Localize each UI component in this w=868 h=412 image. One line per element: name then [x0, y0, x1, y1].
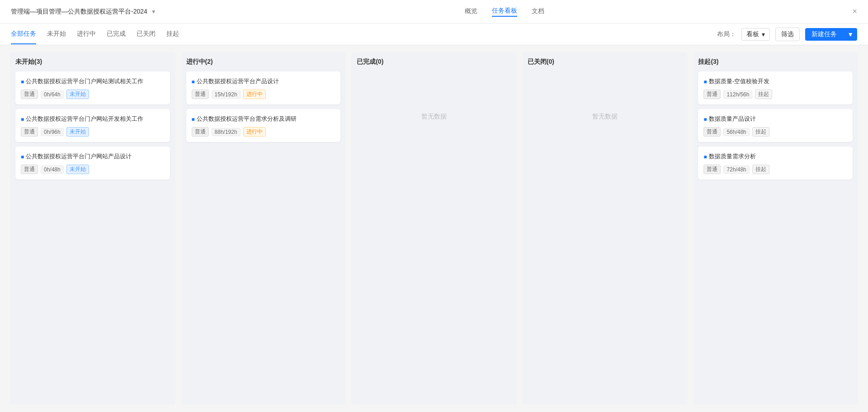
empty-state-closed: 暂无数据 [528, 71, 682, 162]
card-not-started-2[interactable]: ■公共数据授权运营平台门户网站产品设计普通0h/48h未开始 [15, 147, 170, 180]
column-not-started: 未开始(3)■公共数据授权运营平台门户网站测试相关工作普通0h/64h未开始■公… [10, 52, 175, 405]
card-title: ■数据质量-空值校验开发 [703, 77, 847, 86]
kanban-board: 未开始(3)■公共数据授权运营平台门户网站测试相关工作普通0h/64h未开始■公… [0, 45, 868, 412]
card-title: ■数据质量需求分析 [703, 152, 847, 161]
tag-not-started: 未开始 [66, 165, 89, 174]
column-header-in-progress: 进行中(2) [186, 58, 341, 66]
tag-time: 72h/48h [723, 166, 749, 174]
column-header-on-hold: 挂起(3) [698, 58, 853, 66]
card-tags: 普通15h/192h进行中 [192, 90, 335, 99]
card-title-text: 公共数据授权运营平台门户网站开发相关工作 [26, 114, 143, 123]
card-tags: 普通88h/192h进行中 [192, 127, 335, 137]
tag-in-progress: 进行中 [243, 90, 266, 99]
card-tags: 普通0h/48h未开始 [21, 165, 165, 174]
task-icon: ■ [703, 153, 707, 161]
tab-2[interactable]: 进行中 [77, 30, 96, 44]
filter-button[interactable]: 筛选 [775, 28, 800, 41]
tag-time: 0h/96h [41, 128, 64, 136]
tag-time: 0h/48h [41, 166, 64, 174]
empty-state-completed: 暂无数据 [357, 71, 511, 162]
card-in-progress-1[interactable]: ■公共数据授权运营平台需求分析及调研普通88h/192h进行中 [186, 109, 341, 142]
layout-label: 布局： [717, 30, 736, 38]
task-icon: ■ [21, 115, 24, 123]
tab-bar: 全部任务未开始进行中已完成已关闭挂起 布局： 看板 ▾ 筛选 新建任务 ▼ [0, 24, 868, 45]
card-title: ■公共数据授权运营平台门户网站测试相关工作 [21, 77, 165, 86]
tag-normal: 普通 [703, 127, 721, 137]
tag-normal: 普通 [192, 127, 209, 137]
card-title: ■公共数据授权运营平台门户网站产品设计 [21, 152, 165, 161]
tag-time: 56h/48h [723, 128, 749, 136]
card-tags: 普通56h/48h挂起 [703, 127, 847, 137]
tab-0[interactable]: 全部任务 [11, 30, 36, 44]
column-on-hold: 挂起(3)■数据质量-空值校验开发普通112h/56h挂起■数据质量产品设计普通… [693, 52, 858, 405]
header-nav: 概览任务看板文档 [465, 7, 544, 17]
tag-normal: 普通 [703, 165, 721, 174]
card-on-hold-1[interactable]: ■数据质量产品设计普通56h/48h挂起 [698, 109, 853, 142]
tag-time: 88h/192h [212, 128, 241, 136]
task-icon: ■ [703, 115, 707, 123]
tag-in-progress: 进行中 [243, 127, 266, 137]
card-not-started-0[interactable]: ■公共数据授权运营平台门户网站测试相关工作普通0h/64h未开始 [15, 71, 170, 104]
card-on-hold-0[interactable]: ■数据质量-空值校验开发普通112h/56h挂起 [698, 71, 853, 104]
tag-normal: 普通 [21, 127, 38, 137]
new-task-label: 新建任务 [805, 28, 843, 41]
layout-value: 看板 [746, 30, 759, 38]
close-icon[interactable]: × [852, 7, 857, 16]
breadcrumb[interactable]: 管理端—项目管理—公共数据授权运营平台-2024 ▼ [11, 8, 156, 16]
card-title-text: 公共数据授权运营平台产品设计 [197, 77, 279, 86]
card-not-started-1[interactable]: ■公共数据授权运营平台门户网站开发相关工作普通0h/96h未开始 [15, 109, 170, 142]
tag-normal: 普通 [21, 165, 38, 174]
card-tags: 普通0h/96h未开始 [21, 127, 165, 137]
tag-on-hold: 挂起 [752, 165, 769, 174]
card-tags: 普通0h/64h未开始 [21, 90, 165, 99]
task-icon: ■ [21, 78, 24, 86]
tab-1[interactable]: 未开始 [47, 30, 66, 44]
tag-on-hold: 挂起 [752, 127, 769, 137]
tag-time: 112h/56h [723, 90, 752, 99]
card-title: ■数据质量产品设计 [703, 114, 847, 123]
tag-normal: 普通 [21, 90, 38, 99]
task-icon: ■ [703, 78, 707, 86]
column-header-completed: 已完成(0) [357, 58, 511, 66]
tag-on-hold: 挂起 [755, 90, 772, 99]
card-tags: 普通72h/48h挂起 [703, 165, 847, 174]
column-header-closed: 已关闭(0) [528, 58, 682, 66]
new-task-button[interactable]: 新建任务 ▼ [805, 28, 857, 41]
card-title-text: 数据质量-空值校验开发 [709, 77, 769, 86]
card-title-text: 公共数据授权运营平台门户网站产品设计 [26, 152, 132, 161]
card-title-text: 数据质量需求分析 [709, 152, 756, 161]
column-in-progress: 进行中(2)■公共数据授权运营平台产品设计普通15h/192h进行中■公共数据授… [181, 52, 346, 405]
card-in-progress-0[interactable]: ■公共数据授权运营平台产品设计普通15h/192h进行中 [186, 71, 341, 104]
tag-normal: 普通 [192, 90, 209, 99]
task-icon: ■ [21, 153, 24, 161]
task-icon: ■ [192, 78, 195, 86]
new-task-dropdown-icon: ▼ [844, 28, 857, 40]
chevron-down-icon: ▼ [151, 9, 156, 15]
column-header-not-started: 未开始(3) [15, 58, 170, 66]
tag-time: 0h/64h [41, 90, 64, 99]
card-title-text: 公共数据授权运营平台门户网站测试相关工作 [26, 77, 143, 86]
nav-item-文档[interactable]: 文档 [532, 7, 544, 16]
tab-5[interactable]: 挂起 [166, 30, 179, 44]
tag-not-started: 未开始 [66, 90, 89, 99]
card-on-hold-2[interactable]: ■数据质量需求分析普通72h/48h挂起 [698, 147, 853, 180]
tag-normal: 普通 [703, 90, 721, 99]
column-completed: 已完成(0)暂无数据 [351, 52, 517, 405]
card-title: ■公共数据授权运营平台需求分析及调研 [192, 114, 335, 123]
tag-time: 15h/192h [212, 90, 241, 99]
card-title: ■公共数据授权运营平台产品设计 [192, 77, 335, 86]
tab-actions: 布局： 看板 ▾ 筛选 新建任务 ▼ [717, 28, 857, 41]
nav-item-概览[interactable]: 概览 [465, 7, 477, 16]
layout-select[interactable]: 看板 ▾ [741, 28, 770, 41]
nav-item-任务看板[interactable]: 任务看板 [492, 7, 517, 17]
card-title-text: 数据质量产品设计 [709, 114, 756, 123]
breadcrumb-text: 管理端—项目管理—公共数据授权运营平台-2024 [11, 8, 147, 16]
card-title-text: 公共数据授权运营平台需求分析及调研 [197, 114, 297, 123]
layout-chevron-icon: ▾ [762, 31, 765, 38]
header: 管理端—项目管理—公共数据授权运营平台-2024 ▼ 概览任务看板文档 × [0, 0, 868, 24]
tab-3[interactable]: 已完成 [107, 30, 126, 44]
tag-not-started: 未开始 [66, 127, 89, 137]
tab-4[interactable]: 已关闭 [137, 30, 156, 44]
task-icon: ■ [192, 115, 195, 123]
card-tags: 普通112h/56h挂起 [703, 90, 847, 99]
